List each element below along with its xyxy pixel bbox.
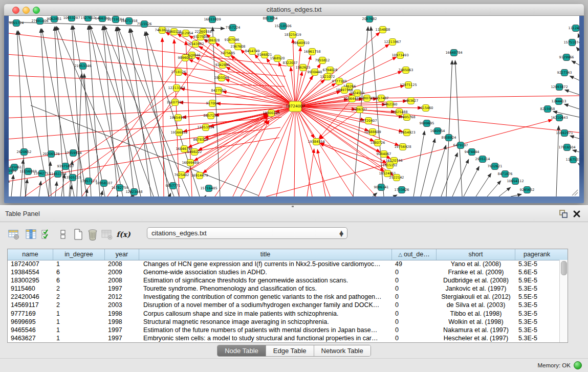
citation-edge (179, 114, 267, 133)
graph-node-label: 16961758 (303, 50, 320, 54)
citation-edge (320, 143, 387, 173)
graph-node-label: 9084067 (377, 152, 391, 156)
column-header-pagerank[interactable]: pagerank (515, 249, 558, 260)
graph-node-label: 12923448 (125, 190, 142, 194)
tab-network-table[interactable]: Network Table (314, 345, 371, 356)
graph-node-label: 16210643 (551, 116, 568, 120)
network-window: citations_edges.txt 90557242769140690628… (4, 4, 584, 203)
column-header-short[interactable]: short (437, 249, 515, 260)
graph-node-label: 2803144 (214, 76, 229, 80)
graph-node-label: 9227343 (557, 71, 572, 75)
graph-node-label: 8322037 (283, 61, 298, 65)
table-row[interactable]: 911546021997Tourette syndrome. Phenomeno… (8, 285, 560, 293)
graph-node-label: 19654923 (398, 130, 415, 135)
graph-edge (565, 90, 579, 95)
table-row[interactable]: 977716911998Corpus callosum shape and si… (8, 310, 560, 318)
table-row[interactable]: 969969511998Structural magnetic resonanc… (8, 318, 560, 326)
table-row[interactable]: 946554611997Estimation of the future num… (8, 326, 560, 334)
table-panel: Table Panel f(x) citation (0, 205, 588, 372)
tab-edge-table[interactable]: Edge Table (266, 345, 314, 356)
graph-node-label: 7632621 (488, 164, 503, 168)
split-drag-handle-icon[interactable] (290, 205, 295, 208)
column-header-name[interactable]: name (8, 249, 53, 260)
graph-node-label: 15751074 (563, 40, 579, 45)
graph-node-label: 2087682 (362, 17, 377, 21)
table-row[interactable]: 1872400712008Changes of HCN gene express… (8, 260, 560, 268)
graph-edge (55, 182, 57, 196)
table-cell: Wolkin et al. (1998) (437, 318, 515, 326)
graph-edge (295, 106, 330, 196)
graph-node-label: 13505115 (64, 176, 81, 180)
window-title: citations_edges.txt (4, 6, 584, 13)
graph-node-label: 19166852 (170, 130, 187, 135)
column-header-out_de[interactable]: △out_de… (392, 249, 437, 260)
window-titlebar[interactable]: citations_edges.txt (4, 4, 584, 16)
memory-status-label: Memory: OK (537, 362, 571, 368)
table-cell: 2009 (105, 268, 139, 276)
graph-node-label: 16648784 (445, 51, 462, 55)
column-select-icon[interactable] (25, 227, 38, 242)
graph-node-label: 8678314 (193, 138, 208, 142)
new-file-icon[interactable] (72, 227, 85, 242)
row-check-icon[interactable] (40, 227, 53, 242)
sort-ascending-icon: △ (398, 252, 402, 257)
column-header-year[interactable]: year (105, 249, 139, 260)
table-cell: Embryonic stem cells: a model to study s… (139, 334, 392, 342)
graph-node-label: 18300295 (263, 111, 279, 115)
float-panel-icon[interactable] (558, 209, 569, 219)
table-cell: 2012 (105, 293, 139, 301)
graph-node-label: 12213967 (384, 40, 401, 44)
table-cell: 0 (392, 326, 437, 334)
graph-edge (317, 149, 325, 196)
table-select-dropdown[interactable]: citations_edges.txt ▲▼ (147, 227, 347, 239)
table-cell: 0 (392, 268, 437, 276)
table-scrollbar-thumb[interactable] (561, 261, 567, 275)
table-cell: 5.9E-5 (515, 276, 558, 285)
table-cell: Disruption of a novel member of a sodium… (139, 301, 392, 309)
column-header-title[interactable]: title (139, 249, 392, 260)
table-cell: Dudbridge et al. (2008) (437, 276, 515, 285)
graph-node-label: 20564486 (343, 97, 360, 101)
table-cell: 1998 (105, 318, 139, 326)
graph-node-label: 8471876 (498, 172, 513, 176)
graph-node-label: 9896012 (178, 56, 193, 60)
close-panel-icon[interactable] (572, 209, 582, 219)
column-header-label: title (260, 251, 270, 258)
network-graph[interactable]: 9055724276914069062851106532871527602646… (9, 16, 579, 196)
table-row[interactable]: 1938455462009Genome-wide association stu… (8, 268, 560, 276)
table-row[interactable]: 946362711997Embryonic stem cells: a mode… (8, 334, 560, 342)
table-tab-bar: Node TableEdge TableNetwork Table (0, 343, 588, 358)
graph-node-label: 16782759 (111, 186, 128, 190)
table-cell: 5.6E-5 (515, 268, 558, 276)
table-settings-icon[interactable] (7, 227, 20, 242)
graph-node-label: 19756928 (394, 145, 411, 149)
table-cell: 1997 (105, 285, 139, 293)
rows-icon[interactable] (56, 227, 70, 242)
table-row[interactable]: 2242004622012Investigating the contribut… (8, 293, 560, 301)
graph-node-label: 21953346 (74, 64, 91, 68)
table-cell: 1 (53, 260, 105, 268)
graph-node-label: 9857771 (166, 184, 181, 188)
delete-trash-icon[interactable] (86, 227, 99, 242)
table-cell: 0 (392, 285, 437, 293)
graph-node-label: 16099489 (182, 161, 199, 165)
graph-node-label: 1568520 (270, 56, 285, 60)
table-cell: 9465546 (8, 326, 53, 334)
column-header-in_degree[interactable]: in_degree (53, 249, 105, 260)
citation-edge (189, 59, 295, 106)
network-canvas[interactable]: 9055724276914069062851106532871527602646… (9, 16, 579, 196)
table-cell: 0 (392, 318, 437, 326)
tab-node-table[interactable]: Node Table (217, 345, 266, 356)
graph-node-label: 10653287 (63, 16, 80, 20)
table-cell: 5.3E-5 (515, 285, 558, 293)
graph-edge (576, 47, 579, 51)
table-row[interactable]: 1456911722003Disruption of a novel membe… (8, 301, 560, 309)
graph-node-label: 93975887 (57, 164, 74, 168)
graph-node-label: 8657130 (204, 114, 219, 118)
table-row[interactable]: 1830029562008Estimation of significance … (8, 276, 560, 285)
table-cell: 6 (53, 268, 105, 276)
table-cell: 2 (53, 285, 105, 293)
function-fx-icon[interactable]: f(x) (117, 227, 130, 242)
table-scrollbar[interactable] (559, 260, 568, 342)
graph-edge (145, 32, 169, 196)
